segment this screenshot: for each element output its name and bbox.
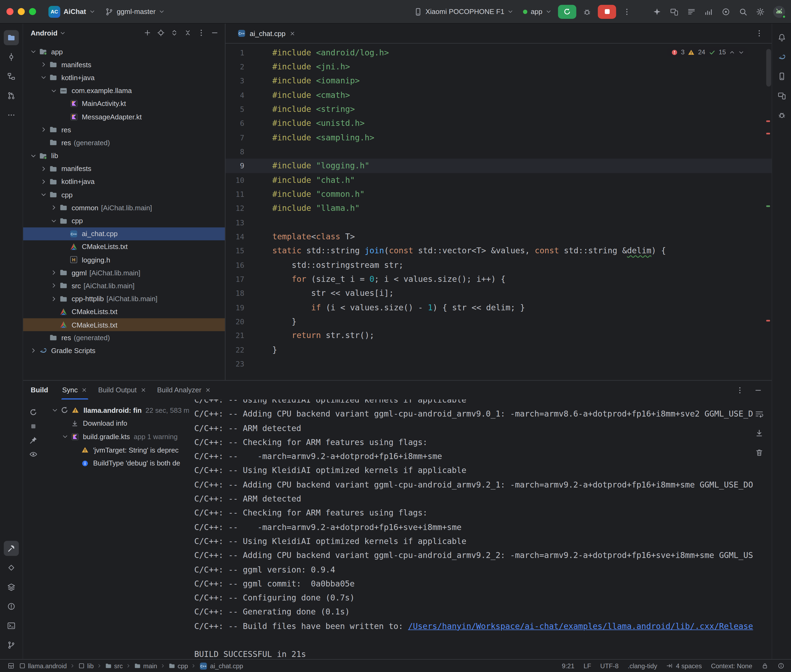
next-issue-button[interactable]: [738, 49, 744, 55]
project-tree-item-mainactivity-kt[interactable]: MainActivity.kt: [23, 97, 225, 110]
clear-console-button[interactable]: [752, 446, 766, 459]
chevron-right-icon[interactable]: [39, 126, 48, 133]
build-tab-build-output[interactable]: Build Output: [93, 381, 152, 399]
error-stripe[interactable]: [765, 43, 772, 380]
line-number[interactable]: 21: [226, 329, 271, 343]
run-configuration-selector[interactable]: app: [518, 3, 556, 20]
build-tree-item-jvmtarget-string-is-deprec[interactable]: 'jvmTarget: String' is deprec: [43, 443, 189, 457]
logcat-button[interactable]: [684, 5, 698, 19]
project-toolwindow-button[interactable]: [4, 30, 19, 45]
scroll-to-end-button[interactable]: [752, 426, 766, 440]
commit-toolwindow-button[interactable]: [4, 50, 19, 64]
close-icon[interactable]: [82, 387, 87, 393]
project-selector[interactable]: AC AiChat: [43, 3, 100, 20]
line-number[interactable]: 22: [226, 343, 271, 357]
line-number[interactable]: 16: [226, 258, 271, 272]
line-number[interactable]: 18: [226, 286, 271, 300]
line-number[interactable]: 11: [226, 187, 271, 202]
line-number[interactable]: 15: [226, 244, 271, 258]
editor-options-button[interactable]: [752, 26, 766, 40]
chevron-right-icon[interactable]: [49, 283, 58, 289]
show-execution-button[interactable]: [28, 449, 39, 459]
error-stripe-mark[interactable]: [766, 320, 770, 322]
debug-button[interactable]: [579, 5, 595, 19]
close-window-button[interactable]: [6, 8, 13, 15]
chevron-right-icon[interactable]: [39, 165, 48, 172]
project-tree-item-src[interactable]: src [AiChat.lib.main]: [23, 279, 225, 292]
project-tree-item-com-example-llama[interactable]: com.example.llama: [23, 84, 225, 97]
info-button[interactable]: [778, 662, 785, 669]
more-actions-button[interactable]: [619, 5, 634, 19]
soft-wrap-button[interactable]: [752, 407, 766, 421]
clang-tidy-widget[interactable]: .clang-tidy: [627, 662, 657, 670]
breadcrumb-item-src[interactable]: src: [105, 662, 123, 670]
breadcrumb-item-ai-chat-cpp[interactable]: C++ai_chat.cpp: [199, 661, 243, 670]
line-number[interactable]: 13: [226, 215, 271, 230]
project-tree-item-cpp[interactable]: cpp: [23, 214, 225, 227]
close-icon[interactable]: [289, 30, 295, 36]
line-number[interactable]: 3: [226, 74, 271, 88]
read-only-toggle[interactable]: [761, 662, 769, 669]
line-number[interactable]: 23: [226, 357, 271, 371]
profiler-button[interactable]: [702, 5, 716, 19]
build-tree-item-build-gradle-kts[interactable]: build.gradle.ktsapp 1 warning: [43, 430, 189, 443]
ai-assistant-button[interactable]: [650, 5, 664, 19]
line-number[interactable]: 17: [226, 272, 271, 286]
project-tree-item-res[interactable]: res (generated): [23, 331, 225, 344]
scrollbar-thumb[interactable]: [766, 49, 771, 86]
project-tree-item-cmakelists-txt[interactable]: CMakeLists.txt: [23, 240, 225, 253]
project-tree-item-kotlin-java[interactable]: kotlin+java: [23, 71, 225, 84]
line-number[interactable]: 7: [226, 130, 271, 145]
line-number[interactable]: 10: [226, 173, 271, 187]
breadcrumb-item-cpp[interactable]: cpp: [168, 662, 188, 670]
build-output-path-link[interactable]: /Users/hanyin/Workspace/ai-chat/examples…: [408, 621, 753, 631]
chevron-right-icon[interactable]: [49, 269, 58, 276]
project-tree-item-logging-h[interactable]: Hlogging.h: [23, 253, 225, 266]
inspections-widget[interactable]: 3 24 15: [667, 47, 748, 57]
error-stripe-mark[interactable]: [766, 133, 770, 134]
search-everywhere-button[interactable]: [736, 5, 750, 19]
build-tree-item-llama-android-fin[interactable]: llama.android: fin22 sec, 583 ms: [43, 404, 189, 417]
line-number[interactable]: 9: [226, 158, 271, 173]
code-editor[interactable]: 1#include <android/log.h>2#include <jni.…: [226, 43, 772, 380]
app-inspection-button[interactable]: [719, 5, 733, 19]
chevron-down-icon[interactable]: [29, 48, 38, 55]
editor-tab-ai-chat-cpp[interactable]: C++ ai_chat.cpp: [232, 24, 301, 43]
pull-requests-toolwindow-button[interactable]: [4, 88, 19, 103]
line-ending-widget[interactable]: LF: [584, 662, 591, 670]
chevron-down-icon[interactable]: [50, 407, 59, 414]
pin-button[interactable]: [28, 435, 39, 446]
previous-issue-button[interactable]: [729, 49, 735, 55]
app-inspection-toolwindow-button[interactable]: [4, 560, 19, 575]
chevron-right-icon[interactable]: [29, 347, 38, 354]
breadcrumb-item-lib[interactable]: lib: [78, 662, 94, 670]
line-number[interactable]: 1: [226, 45, 271, 60]
build-console[interactable]: C/C++: -- Using KleidiAI optimized kerne…: [189, 399, 772, 659]
expand-all-button[interactable]: [168, 27, 180, 39]
hide-panel-button[interactable]: [209, 27, 221, 39]
toolwindow-widget[interactable]: [8, 662, 14, 669]
indent-widget[interactable]: 4 spaces: [666, 662, 702, 670]
add-button[interactable]: [141, 27, 153, 39]
error-stripe-mark[interactable]: [766, 120, 770, 122]
project-tree-item-cpp-httplib[interactable]: cpp-httplib [AiChat.lib.main]: [23, 292, 225, 305]
project-tree-item-cmakelists-txt[interactable]: CMakeLists.txt: [23, 318, 225, 331]
line-number[interactable]: 6: [226, 116, 271, 130]
close-icon[interactable]: [205, 387, 211, 393]
project-tree-item-cpp[interactable]: cpp: [23, 188, 225, 201]
project-tree-item-manifests[interactable]: manifests: [23, 58, 225, 71]
chevron-down-icon[interactable]: [39, 75, 48, 81]
more-tool-windows-button[interactable]: [4, 107, 19, 123]
panel-options-button[interactable]: [196, 27, 207, 39]
change-stripe-mark[interactable]: [766, 205, 770, 207]
device-mirroring-button[interactable]: [667, 5, 681, 19]
build-tree-item-buildtype-debug-is-both-de[interactable]: BuildType 'debug' is both de: [43, 457, 189, 470]
chevron-down-icon[interactable]: [39, 192, 48, 198]
build-tab-sync[interactable]: Sync: [57, 381, 93, 399]
close-icon[interactable]: [141, 387, 146, 393]
re-sync-button[interactable]: [28, 407, 39, 418]
notifications-button[interactable]: [774, 30, 789, 45]
device-manager-toolwindow-button[interactable]: [774, 69, 789, 84]
build-tree-item-download-info[interactable]: Download info: [43, 417, 189, 430]
line-number[interactable]: 5: [226, 102, 271, 117]
